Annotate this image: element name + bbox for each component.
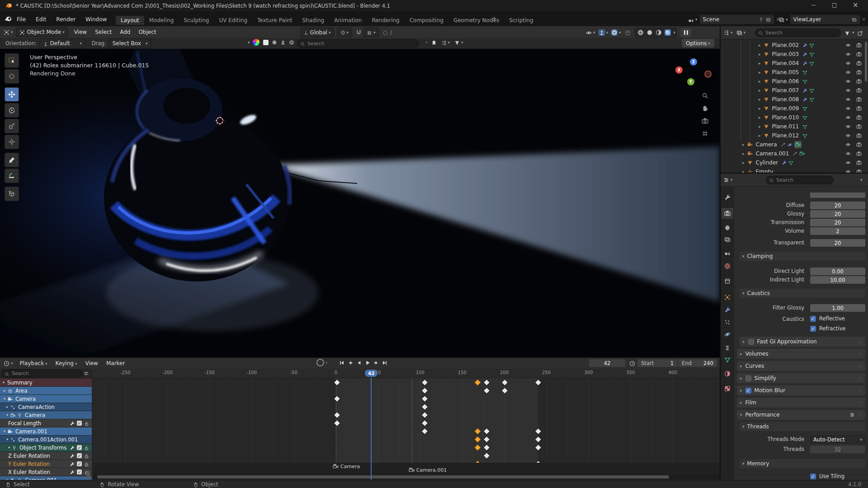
- object-name[interactable]: Cylinder: [756, 160, 778, 166]
- outliner-search-input[interactable]: [755, 28, 841, 37]
- outliner-row[interactable]: ▸Camera.001: [721, 149, 868, 158]
- object-name[interactable]: Plane.012: [772, 132, 799, 139]
- properties-tab-tool[interactable]: [722, 192, 733, 203]
- expand-icon[interactable]: ▾: [8, 446, 10, 450]
- expand-icon[interactable]: ▾: [6, 413, 8, 417]
- panel-header-simplify[interactable]: ▸Simplify∷: [737, 373, 865, 383]
- chevron-down-icon[interactable]: ▾: [425, 40, 428, 45]
- panel-header-volumes[interactable]: ▸Volumes∷: [737, 349, 865, 359]
- checkbox-row-use-tiling[interactable]: ✓Use Tiling: [810, 473, 844, 479]
- channel-name[interactable]: Camera.001: [15, 428, 47, 435]
- mesh-data-icon[interactable]: [802, 114, 807, 121]
- hide-eye-icon[interactable]: [845, 78, 851, 84]
- pivot-point-dropdown[interactable]: ⊙ ▾: [337, 28, 352, 38]
- mute-checkbox[interactable]: ✓: [77, 445, 82, 450]
- new-viewlayer-icon[interactable]: [852, 16, 857, 23]
- expand-icon[interactable]: ▸: [4, 389, 5, 393]
- shading-material-icon[interactable]: [656, 29, 662, 36]
- hide-eye-icon[interactable]: [845, 96, 851, 103]
- disable-render-icon[interactable]: [856, 69, 862, 75]
- object-name[interactable]: Plane.009: [772, 105, 799, 112]
- pan-hand-icon[interactable]: [702, 105, 708, 112]
- channel-name[interactable]: CameraAction: [18, 404, 55, 410]
- constraint-icon[interactable]: [788, 141, 793, 148]
- mesh-data-icon[interactable]: [802, 78, 807, 84]
- timeline-marker[interactable]: Camera.001: [409, 467, 447, 473]
- expand-icon[interactable]: ▾: [3, 380, 5, 385]
- panel-header-fast-gi-approximation[interactable]: ▸Fast GI Approximation∷: [740, 337, 865, 347]
- mesh-data-icon[interactable]: [802, 69, 807, 75]
- hide-eye-icon[interactable]: [845, 51, 851, 57]
- expand-icon[interactable]: ▸: [742, 142, 745, 147]
- hide-eye-icon[interactable]: [845, 42, 851, 48]
- filter-funnel-icon[interactable]: [454, 39, 460, 46]
- snap-magnet-icon[interactable]: [356, 29, 362, 36]
- display-mode-icon[interactable]: [441, 39, 447, 46]
- axis-x-neg-ball[interactable]: [704, 70, 712, 78]
- channel-row[interactable]: ▾Camera.001: [0, 427, 92, 435]
- workspace-tab-layout[interactable]: Layout: [116, 16, 144, 25]
- timeline-marker[interactable]: Camera: [333, 464, 360, 469]
- channel-row[interactable]: ▾Summary: [0, 379, 92, 386]
- expand-icon[interactable]: ▸: [759, 61, 761, 66]
- globe-icon[interactable]: [289, 39, 294, 46]
- camera-view-icon[interactable]: [702, 117, 708, 124]
- mesh-data-icon[interactable]: [788, 160, 793, 166]
- channel-name[interactable]: X Euler Rotation: [8, 469, 50, 475]
- object-name[interactable]: Plane.006: [772, 78, 799, 84]
- editor-type-icon[interactable]: [723, 177, 729, 183]
- viewport-menu-add[interactable]: Add: [116, 29, 134, 35]
- orientation-dropdown[interactable]: Default ▾: [39, 38, 85, 48]
- chevron-down-icon[interactable]: ▾: [860, 178, 863, 182]
- properties-search-input[interactable]: [766, 176, 834, 184]
- expand-icon[interactable]: ▸: [759, 106, 761, 111]
- cursor-tool[interactable]: [5, 69, 19, 84]
- disable-render-icon[interactable]: [856, 51, 862, 57]
- channel-row[interactable]: ▸Area: [0, 387, 92, 394]
- zoom-icon[interactable]: [702, 92, 708, 99]
- modifier-icon[interactable]: [802, 51, 807, 57]
- pin-icon[interactable]: [17, 412, 22, 418]
- menu-render[interactable]: Render: [51, 16, 80, 23]
- expand-icon[interactable]: ▾: [6, 437, 8, 441]
- mesh-data-icon[interactable]: [809, 96, 814, 103]
- sphere-icon[interactable]: [272, 39, 277, 46]
- disable-render-icon[interactable]: [856, 42, 862, 48]
- expand-icon[interactable]: ▸: [759, 70, 761, 75]
- timeline-scrollbar-thumb[interactable]: [97, 475, 669, 479]
- disable-render-icon[interactable]: [856, 105, 862, 112]
- axis-x-ball[interactable]: X: [675, 66, 683, 74]
- options-button[interactable]: Options ▾: [682, 39, 714, 47]
- modifier-icon[interactable]: [802, 96, 807, 103]
- outliner-row[interactable]: ▸Plane.012: [721, 131, 868, 140]
- expand-icon[interactable]: ▸: [759, 133, 761, 138]
- channel-row[interactable]: Y Euler Rotation✓: [0, 460, 92, 468]
- object-name[interactable]: Plane.007: [772, 87, 799, 94]
- modifier-icon[interactable]: [70, 420, 75, 427]
- current-frame-line[interactable]: [371, 378, 372, 480]
- mute-checkbox[interactable]: ✓: [77, 453, 82, 458]
- outliner-row[interactable]: ▸Plane.004: [721, 59, 868, 67]
- channel-row[interactable]: ▾Object Transforms✓: [0, 444, 92, 451]
- proportional-edit-icon[interactable]: ○: [383, 29, 387, 36]
- workspace-tab-texture-paint[interactable]: Texture Paint: [252, 16, 297, 25]
- properties-tab-collection[interactable]: [722, 276, 733, 286]
- modifier-icon[interactable]: [70, 469, 75, 475]
- transform-tool[interactable]: [5, 135, 19, 149]
- viewport-canvas[interactable]: User Perspective (42) Rolex submariner 1…: [0, 49, 720, 357]
- channel-row[interactable]: ▾Camera.001Action.001: [0, 436, 92, 443]
- expand-icon[interactable]: ▸: [6, 405, 8, 409]
- camera-data-icon-active[interactable]: [794, 141, 802, 148]
- outliner-row[interactable]: ▸Plane.002: [721, 41, 868, 49]
- proportional-falloff-icon[interactable]: /: [390, 29, 392, 36]
- panel-header-performance[interactable]: ▾Performance∷: [737, 410, 865, 420]
- hide-eye-icon[interactable]: [845, 141, 851, 148]
- properties-tab-object[interactable]: [722, 292, 733, 303]
- object-name[interactable]: Empty: [756, 169, 774, 173]
- pin-icon[interactable]: [12, 445, 17, 451]
- checkbox-row-refractive[interactable]: ✓Refractive: [810, 325, 845, 332]
- object-name[interactable]: Plane.003: [772, 51, 799, 57]
- panel-header-motion-blur[interactable]: ▸✓Motion Blur∷: [737, 385, 865, 395]
- properties-tab-render[interactable]: [722, 208, 733, 219]
- subpanel-header-memory[interactable]: ▾Memory: [740, 459, 865, 468]
